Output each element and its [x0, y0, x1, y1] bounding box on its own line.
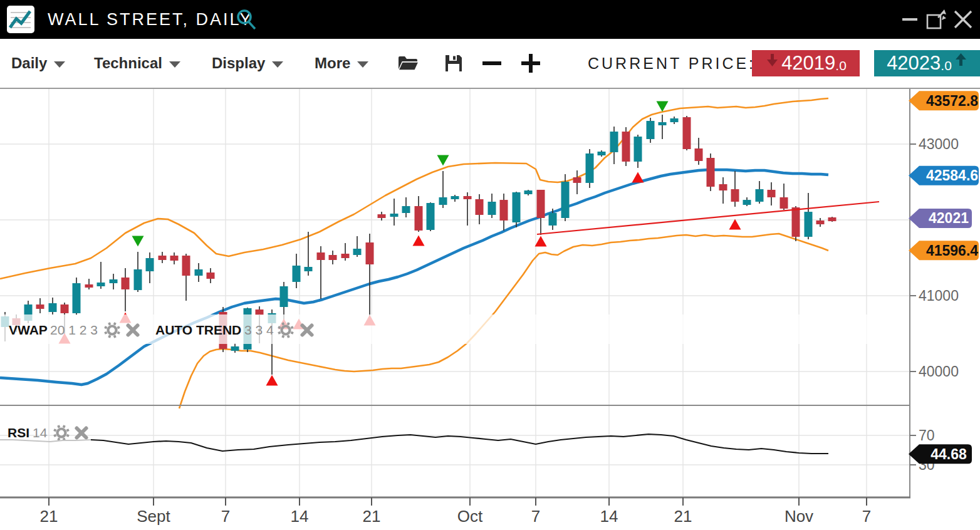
chevron-down-icon: [272, 61, 283, 68]
date-tick-label: 7: [221, 507, 230, 526]
menu-technical[interactable]: Technical: [94, 39, 180, 88]
candle-body: [719, 184, 727, 190]
candle-body: [122, 278, 130, 289]
date-tick-label: 21: [674, 507, 692, 526]
popout-icon[interactable]: [925, 0, 947, 39]
zoom-out-icon[interactable]: [482, 39, 503, 88]
price-tick-label: 41000: [919, 288, 959, 304]
price-tick-label: 43000: [919, 136, 959, 152]
buy-price-value: 42023: [887, 52, 941, 75]
buy-signal-icon: [535, 236, 547, 247]
auto-trend-params: 3 3 4: [244, 323, 274, 337]
candle-body: [353, 249, 362, 255]
menu-timeframe-label: Daily: [11, 55, 47, 72]
menu-technical-label: Technical: [94, 55, 162, 72]
axis-price-badge-value: 42584.6: [926, 167, 978, 184]
date-tick-label: 7: [862, 507, 871, 526]
chevron-down-icon: [169, 61, 180, 68]
menu-more[interactable]: More: [315, 39, 368, 88]
candle-body: [439, 197, 447, 205]
current-price-label: CURRENT PRICE:: [588, 39, 756, 88]
candle-body: [549, 213, 557, 226]
candle-body: [670, 118, 679, 122]
candle-body: [573, 177, 581, 183]
candle-body: [305, 267, 313, 271]
candle-body: [366, 242, 374, 264]
rsi-line: [91, 434, 828, 454]
bollinger-upper-band: [0, 98, 828, 279]
close-icon[interactable]: [952, 0, 974, 39]
date-tick-label: 7: [531, 507, 540, 526]
date-tick-label: 21: [363, 507, 381, 526]
sell-signal-icon: [132, 236, 144, 246]
candle-body: [743, 200, 751, 205]
settings-gear-icon[interactable]: [54, 425, 69, 440]
auto-trend-label: AUTO TREND: [155, 323, 241, 337]
candle-body: [537, 190, 545, 218]
candle-body: [317, 252, 325, 260]
vwap-label: VWAP: [9, 323, 48, 337]
label-backdrop: [0, 314, 910, 344]
candle-body: [756, 189, 764, 202]
candle-body: [768, 190, 776, 197]
axis-price-badge-value: 44.68: [930, 446, 967, 462]
chevron-down-icon: [54, 61, 65, 68]
auto-trend-line: [537, 202, 879, 234]
candle-body: [85, 284, 93, 288]
candle-body: [598, 152, 606, 155]
sell-price-badge[interactable]: 42019.0: [752, 50, 860, 76]
buy-price-decimals: .0: [941, 58, 952, 73]
candle-body: [780, 197, 788, 209]
candle-body: [792, 207, 800, 237]
candle-body: [524, 190, 533, 194]
minimize-icon[interactable]: [902, 0, 917, 39]
menu-display[interactable]: Display: [212, 39, 283, 88]
open-folder-icon[interactable]: [397, 39, 420, 88]
candle-body: [61, 304, 69, 313]
candle-body: [329, 255, 337, 260]
candle-body: [415, 206, 423, 231]
candle-body: [500, 200, 508, 221]
buy-signal-icon: [413, 236, 425, 246]
date-tick-label: Nov: [785, 507, 813, 526]
toolbar: Daily Technical Display More CURRENT PRI…: [0, 39, 980, 89]
candle-body: [695, 148, 703, 161]
candle-body: [707, 158, 715, 187]
candle-body: [49, 303, 57, 312]
save-icon[interactable]: [444, 39, 464, 88]
candle-body: [427, 203, 435, 230]
zoom-in-icon[interactable]: [520, 39, 541, 88]
menu-timeframe[interactable]: Daily: [11, 39, 65, 88]
candle-body: [464, 196, 472, 199]
search-icon[interactable]: [236, 8, 257, 31]
candle-body: [146, 258, 154, 271]
buy-signal-icon: [729, 219, 741, 230]
candle-body: [231, 346, 239, 351]
buy-signal-icon: [266, 375, 278, 386]
price-chart[interactable]: VWAP20 1 2 3AUTO TREND3 3 4RSI1443000410…: [0, 89, 980, 530]
candle-body: [182, 256, 190, 276]
candle-body: [195, 269, 203, 276]
candle-body: [513, 192, 521, 222]
candle-body: [110, 279, 118, 283]
candle-body: [647, 121, 655, 139]
candle-body: [402, 206, 410, 213]
date-tick-label: 14: [291, 507, 309, 526]
candle-body: [488, 202, 496, 215]
buy-price-badge[interactable]: 42023.0: [874, 50, 980, 76]
rsi-tick-label: 70: [919, 427, 935, 444]
candle-body: [586, 153, 594, 183]
app-logo-icon: [6, 5, 35, 34]
title-bar: WALL STREET, DAILY: [0, 0, 980, 39]
candle-body: [280, 286, 288, 307]
date-tick-label: Sept: [137, 507, 170, 526]
rsi-line-faded: [0, 440, 91, 442]
candle-body: [170, 256, 179, 261]
candle-body: [451, 196, 459, 199]
candle-body: [622, 132, 630, 162]
candle-body: [659, 122, 667, 125]
remove-indicator-icon[interactable]: [77, 429, 86, 438]
candle-body: [256, 309, 264, 315]
sell-signal-icon: [657, 101, 669, 112]
rsi-params: 14: [33, 425, 48, 440]
